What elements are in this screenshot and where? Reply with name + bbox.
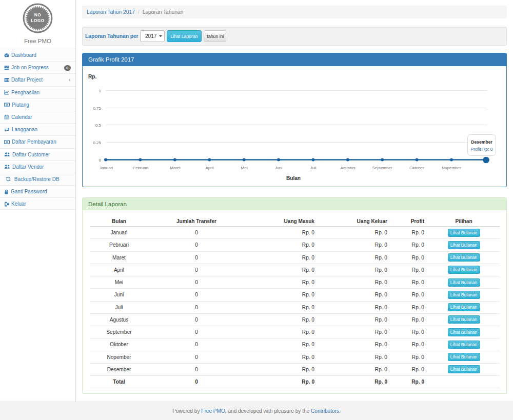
svg-text:Profit Rp: 0: Profit Rp: 0 [471, 147, 493, 152]
svg-text:September: September [372, 166, 392, 170]
svg-text:Pebruari: Pebruari [133, 166, 148, 170]
svg-text:Desember: Desember [471, 139, 492, 145]
svg-text:0.5: 0.5 [95, 123, 102, 128]
svg-text:Agustus: Agustus [341, 166, 356, 170]
svg-text:0.75: 0.75 [93, 106, 101, 111]
svg-text:NO: NO [34, 13, 42, 17]
svg-text:April: April [205, 166, 213, 170]
svg-text:Bulan: Bulan [286, 175, 301, 181]
svg-text:Rp.: Rp. [88, 74, 96, 79]
svg-text:Juni: Juni [275, 166, 283, 170]
svg-text:Maret: Maret [170, 166, 181, 170]
svg-text:Januari: Januari [100, 166, 113, 170]
svg-text:LOGO: LOGO [31, 18, 45, 23]
svg-text:0.25: 0.25 [93, 141, 101, 145]
svg-text:1: 1 [99, 89, 102, 93]
svg-text:Juli: Juli [310, 166, 316, 170]
svg-text:0: 0 [99, 158, 102, 163]
svg-text:Nopember: Nopember [442, 166, 461, 170]
svg-text:Mei: Mei [241, 166, 248, 170]
svg-text:Oktober: Oktober [409, 166, 424, 170]
